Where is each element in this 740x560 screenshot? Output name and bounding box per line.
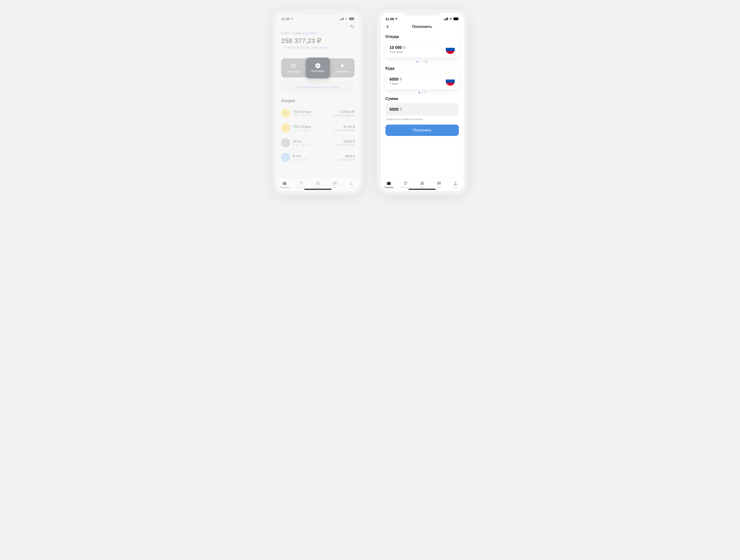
person-icon — [453, 181, 458, 186]
stock-price: 41,54 $ — [333, 125, 355, 128]
stock-row[interactable]: R Inc 3 шт. · 29,6 $ 88,8 $ ↓ 4,5 $ (4,8… — [281, 150, 355, 165]
stock-change: ↑ 1 781,6 ₽ (40,05 %) — [331, 114, 355, 117]
feed-icon — [315, 181, 320, 186]
stock-avatar: T — [281, 109, 290, 118]
stock-price: 262,8 $ — [334, 139, 355, 143]
notch — [300, 9, 336, 15]
nav-title: Пополнить — [390, 25, 454, 29]
phone-portfolio: 11:00 Счет Т-Банк в рублях 258 3 — [273, 9, 363, 195]
to-amount: 6000 ₽ — [389, 77, 402, 82]
svg-rect-16 — [447, 17, 448, 20]
from-account-name: Счет Black — [389, 50, 405, 54]
svg-rect-5 — [354, 18, 355, 19]
tab-buy-label: Что купить — [400, 186, 410, 189]
chat-icon — [437, 181, 441, 186]
favorites-button[interactable]: Избранное — [330, 59, 355, 78]
tab-buy-label: Что купить — [296, 186, 306, 189]
operations-button[interactable]: Операции — [281, 59, 306, 78]
stock-name: R Inc — [293, 154, 334, 158]
account-balance: 258 377,23 ₽ — [281, 37, 355, 44]
tab-more[interactable]: Ещё — [343, 178, 360, 191]
divider — [281, 54, 355, 54]
amount-input[interactable]: 5000 ₽ — [385, 103, 459, 116]
svg-rect-18 — [458, 18, 459, 19]
from-account-card[interactable]: 10 000 ₽ Счет Black — [385, 41, 459, 58]
svg-rect-14 — [445, 19, 446, 20]
delta-period[interactable]: за все время — [311, 46, 327, 49]
flag-ru-icon — [446, 45, 455, 54]
tab-portfolio[interactable]: Портфель — [276, 178, 293, 191]
wifi-icon — [345, 17, 348, 21]
location-arrow-icon — [395, 17, 398, 21]
stocks-heading: Акции — [281, 98, 355, 103]
fee-note: Комиссия не взимается банком — [386, 118, 458, 120]
stock-avatar — [281, 138, 290, 147]
to-account-card[interactable]: 6000 ₽ Т-Банк — [385, 73, 459, 89]
stock-avatar — [281, 153, 290, 162]
location-arrow-icon — [291, 17, 293, 21]
to-account-name: Т-Банк — [389, 82, 402, 85]
stock-price: 88,8 $ — [337, 154, 355, 158]
home-indicator[interactable] — [408, 189, 436, 190]
delta-value: 16 920,65 ₽ (7,01 %) — [284, 46, 309, 49]
cellular-icon — [444, 17, 448, 21]
tab-more[interactable]: Ещё — [447, 178, 464, 191]
tab-feed-label: Лента — [315, 186, 321, 189]
operations-label: Операции — [287, 70, 300, 73]
svg-point-20 — [455, 182, 456, 183]
svg-rect-13 — [444, 19, 445, 20]
cellular-icon — [340, 17, 344, 21]
graduation-icon — [299, 181, 303, 186]
from-pager[interactable]: + — [385, 58, 459, 64]
stock-sub: 1 шт. · 41,54 $ — [293, 129, 330, 132]
stock-name: M Inc — [293, 139, 332, 143]
chat-icon — [332, 181, 337, 186]
status-time: 11:00 — [281, 17, 290, 21]
stock-change: ↑ 26,6 $ (11,26 %) — [334, 144, 355, 146]
svg-rect-11 — [316, 182, 320, 185]
balance-delta: ↑ 16 920,65 ₽ (7,01 %) за все время — [281, 46, 355, 49]
stock-avatar: T — [281, 123, 290, 132]
svg-rect-19 — [421, 182, 424, 185]
submit-button[interactable]: Пополнить — [385, 125, 459, 136]
stock-sub: 3 шт. · 29,6 $ — [293, 158, 334, 161]
home-indicator[interactable] — [304, 189, 332, 190]
tab-chat-label: Чат — [437, 186, 441, 189]
svg-point-10 — [297, 85, 300, 88]
account-currency-link[interactable]: в рублях — [303, 31, 317, 35]
topup-button[interactable]: + Пополнить — [306, 58, 330, 78]
stocks-list: T TCS Group 2 шт. · 3 115,2 ₽ 6 230,4 ₽ … — [281, 106, 355, 165]
star-icon — [340, 63, 345, 69]
tab-chat-label: Чат — [333, 186, 336, 189]
stock-row[interactable]: T TCS Group 1 шт. · 41,54 $ 41,54 $ ↑ 10… — [281, 121, 355, 135]
person-icon — [349, 181, 354, 186]
svg-rect-4 — [349, 17, 354, 20]
tab-portfolio-label: Портфель — [384, 186, 393, 189]
battery-icon — [453, 17, 459, 21]
svg-rect-2 — [342, 18, 343, 20]
from-label: Откуда — [385, 34, 459, 39]
phone-topup: 11:00 Пополнить Откуда — [377, 9, 467, 195]
svg-rect-15 — [446, 18, 447, 20]
tab-more-label: Ещё — [453, 186, 458, 189]
svg-rect-1 — [341, 19, 342, 20]
tab-portfolio[interactable]: Портфель — [380, 178, 397, 191]
stock-row[interactable]: T TCS Group 2 шт. · 3 115,2 ₽ 6 230,4 ₽ … — [281, 106, 355, 121]
analytics-label: Портфельная аналитика — [303, 85, 340, 89]
sum-label: Сумма — [385, 97, 459, 101]
notch — [404, 9, 440, 15]
svg-rect-17 — [453, 17, 458, 20]
gear-icon[interactable] — [350, 24, 355, 29]
tab-more-label: Ещё — [349, 186, 353, 189]
nav-header: Пополнить — [385, 23, 459, 32]
favorites-label: Избранное — [336, 70, 349, 73]
account-label: Счет Т-Банк — [281, 31, 301, 35]
briefcase-icon — [282, 181, 287, 186]
stock-row[interactable]: M Inc 2 шт. · 131,4 $ 262,8 $ ↑ 26,6 $ (… — [281, 135, 355, 150]
svg-rect-3 — [343, 17, 344, 20]
from-amount: 10 000 ₽ — [389, 45, 405, 50]
portfolio-analytics-button[interactable]: Портфельная аналитика — [281, 82, 355, 93]
to-pager[interactable] — [385, 89, 459, 94]
back-button[interactable] — [385, 24, 390, 29]
plus-icon: + — [315, 63, 320, 68]
